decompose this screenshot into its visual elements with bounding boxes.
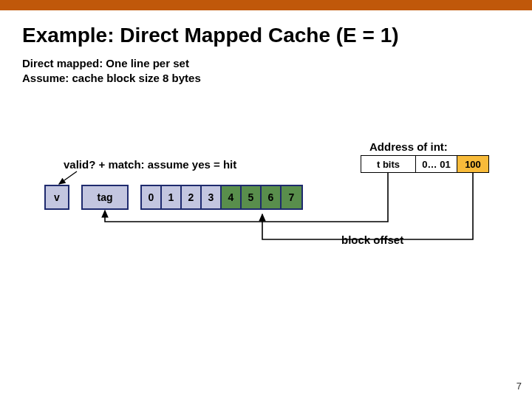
svg-line-0 (59, 171, 77, 184)
connector-lines (0, 0, 532, 399)
page-number: 7 (516, 381, 522, 392)
